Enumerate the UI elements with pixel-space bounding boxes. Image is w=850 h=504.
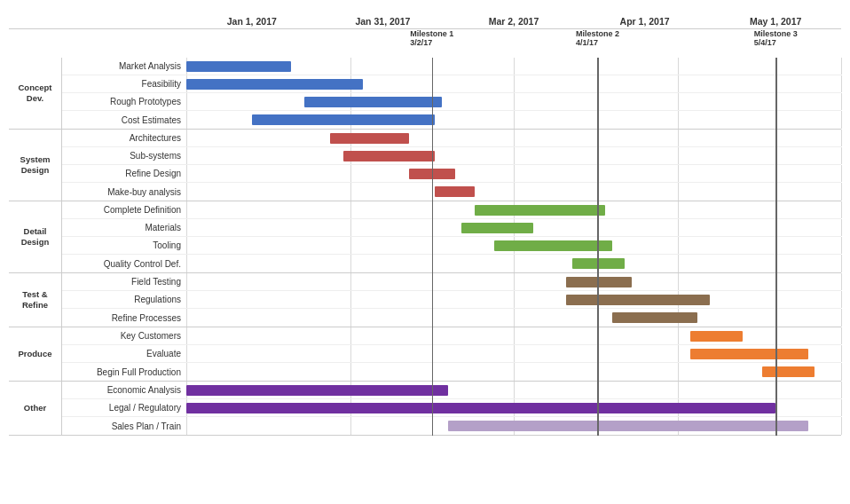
task-label: Market Analysis (62, 61, 186, 71)
grid-line (841, 237, 842, 254)
date-header: Jan 31, 2017 (318, 16, 449, 28)
grid-line (186, 327, 187, 344)
grid-line (350, 219, 351, 236)
grid-line (514, 183, 515, 201)
grid-line (186, 255, 187, 272)
milestone-label: Milestone 13/2/17 (410, 29, 453, 47)
grid-line (350, 327, 351, 344)
task-label: Legal / Regulatory (62, 403, 186, 413)
grid-line (841, 201, 842, 218)
gantt-group: DetailDesignComplete DefinitionMaterials… (9, 201, 841, 273)
task-row: Tooling (62, 237, 841, 255)
grid-line (514, 327, 515, 344)
grid-line (514, 363, 515, 381)
task-row: Make-buy analysis (62, 183, 841, 201)
grid-line (350, 201, 351, 218)
gantt-bar (186, 61, 291, 72)
group-label: SystemDesign (9, 130, 62, 201)
grid-line (514, 130, 515, 146)
grid-line (186, 237, 187, 254)
chart-cell (186, 345, 841, 362)
gantt-bar (566, 277, 632, 287)
grid-line (678, 58, 679, 75)
task-label: Regulations (62, 295, 186, 304)
task-row: Refine Design (62, 165, 841, 183)
chart-cell (186, 273, 841, 290)
task-label: Field Testing (62, 277, 186, 287)
chart-cell (186, 399, 841, 416)
grid-line (186, 111, 187, 129)
gantt-bar (572, 258, 625, 269)
gantt-bar (475, 205, 606, 216)
grid-line (350, 363, 351, 381)
grid-line (841, 165, 842, 182)
task-row: Sub-systems (62, 147, 841, 165)
task-row: Regulations (62, 291, 841, 309)
grid-line (678, 382, 679, 398)
task-row: Legal / Regulatory (62, 399, 841, 417)
grid-line (678, 183, 679, 201)
grid-line (841, 399, 842, 416)
chart-cell (186, 165, 841, 182)
task-row: Cost Estimates (62, 111, 841, 129)
grid-line (678, 75, 679, 92)
grid-line (186, 201, 187, 218)
task-row: Refine Processes (62, 309, 841, 327)
grid-line (350, 309, 351, 327)
grid-line (514, 255, 515, 272)
date-header: Jan 1, 2017 (186, 16, 318, 28)
grid-line (841, 327, 842, 344)
grid-line (514, 345, 515, 362)
gantt-container: Jan 1, 2017Jan 31, 2017Mar 2, 2017Apr 1,… (9, 16, 841, 436)
grid-line (186, 219, 187, 236)
gantt-bar (330, 133, 409, 144)
task-label: Sub-systems (62, 151, 186, 161)
gantt-header: Jan 1, 2017Jan 31, 2017Mar 2, 2017Apr 1,… (9, 16, 841, 29)
group-label: Other (9, 382, 62, 435)
task-label: Economic Analysis (62, 385, 186, 395)
gantt-group: SystemDesignArchitecturesSub-systemsRefi… (9, 130, 841, 201)
gantt-body: ConceptDev.Market AnalysisFeasibilityRou… (9, 58, 841, 436)
grid-line (841, 147, 842, 164)
grid-line (841, 309, 842, 327)
gantt-bar (690, 331, 743, 342)
gantt-group: Test &RefineField TestingRegulationsRefi… (9, 273, 841, 327)
gantt-bar (186, 385, 448, 396)
task-row: Sales Plan / Train (62, 417, 841, 435)
chart-cell (186, 291, 841, 308)
grid-line (841, 93, 842, 110)
gantt-bar (252, 114, 436, 125)
grid-line (841, 183, 842, 201)
task-label: Tooling (62, 240, 186, 250)
gantt-bar (186, 79, 363, 90)
grid-line (841, 291, 842, 308)
task-label: Cost Estimates (62, 115, 186, 125)
chart-cell (186, 183, 841, 201)
grid-line (350, 183, 351, 201)
grid-line (678, 111, 679, 129)
grid-line (678, 237, 679, 254)
task-label: Refine Processes (62, 313, 186, 323)
grid-line (186, 417, 187, 435)
grid-line (514, 291, 515, 308)
grid-line (350, 165, 351, 182)
chart-cell (186, 237, 841, 254)
gantt-bar (435, 186, 474, 197)
task-row: Quality Control Def. (62, 255, 841, 272)
task-row: Complete Definition (62, 201, 841, 219)
grid-line (514, 58, 515, 75)
grid-line (514, 75, 515, 92)
grid-line (186, 345, 187, 362)
milestone-label: Milestone 24/1/17 (576, 29, 619, 47)
grid-line (678, 345, 679, 362)
chart-cell (186, 111, 841, 129)
grid-line (186, 147, 187, 164)
grid-line (841, 382, 842, 398)
task-label: Sales Plan / Train (62, 421, 186, 431)
chart-cell (186, 147, 841, 164)
grid-line (841, 363, 842, 381)
task-label: Begin Full Production (62, 367, 186, 377)
group-label: Test &Refine (9, 273, 62, 327)
grid-line (350, 291, 351, 308)
grid-line (678, 201, 679, 218)
